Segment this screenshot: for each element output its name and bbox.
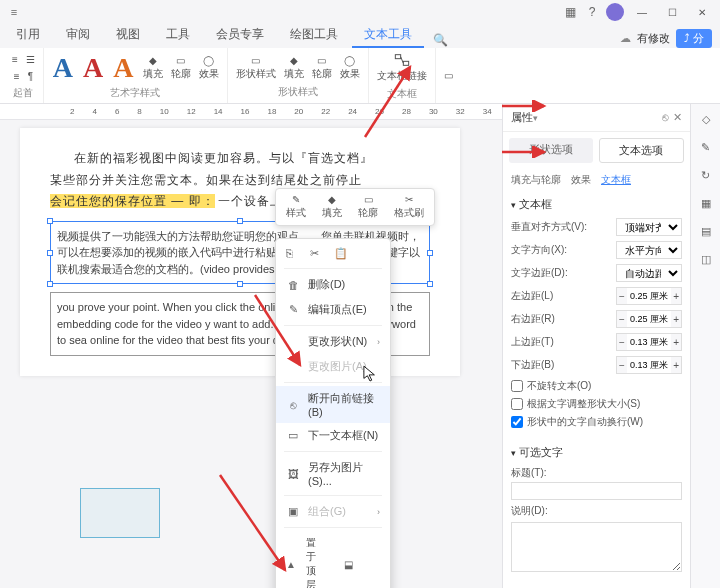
cm-align-left[interactable]: ⬓ [333,531,390,588]
tab-review[interactable]: 审阅 [54,23,102,48]
shape-effect-dropdown[interactable]: ◯效果 [338,53,362,83]
right-margin-spinner[interactable]: −+ [616,310,682,328]
alt-title-label: 标题(T): [511,466,682,480]
next-textbox-icon: ▭ [286,429,300,443]
tab-text-tools[interactable]: 文本工具 [352,23,424,48]
sidebar-diamond-icon[interactable]: ◇ [697,110,715,128]
ribbon-tabs: 引用 审阅 视图 工具 会员专享 绘图工具 文本工具 🔍 ☁ 有修改 ⤴ 分 [0,24,720,48]
mini-fill-button[interactable]: ◆填充 [316,193,348,221]
pin-icon[interactable]: ⎋ [662,111,669,124]
chk-no-rotate[interactable] [511,380,523,392]
outline-dropdown[interactable]: ▭轮廓 [169,53,193,83]
sync-status-icon: ☁ [620,32,631,45]
floating-shape[interactable] [80,488,160,538]
annotation-arrow [360,62,420,142]
sidebar-tag-icon[interactable]: ◫ [697,250,715,268]
copy-icon[interactable]: ⎘ [286,247,300,261]
sidebar-arrow-icon[interactable]: ↻ [697,166,715,184]
sidebar-doc-icon[interactable]: ▤ [697,222,715,240]
ribbon-group-wordart: 艺术字样式 [110,86,160,100]
mini-style-button[interactable]: ✎样式 [280,193,312,221]
mini-toolbar: ✎样式 ◆填充 ▭轮廓 ✂格式刷 [275,188,435,226]
left-margin-label: 左边距(L) [511,289,612,303]
shape-outline-dropdown[interactable]: ▭轮廓 [310,53,334,83]
annotation-arrow [500,146,550,158]
close-button[interactable]: ✕ [690,3,714,21]
resize-handle[interactable] [47,281,53,287]
resize-handle[interactable] [47,218,53,224]
list-icon[interactable]: ☰ [24,52,37,67]
grid-icon[interactable]: ▦ [562,4,578,20]
tab-tools[interactable]: 工具 [154,23,202,48]
mini-outline-button[interactable]: ▭轮廓 [352,193,384,221]
properties-panel: 属性▾ ⎋ ✕ 形状选项 文本选项 填充与轮廓 效果 文本框 文本框 垂直对齐方… [502,104,690,588]
tab-member[interactable]: 会员专享 [204,23,276,48]
cm-next-textbox[interactable]: ▭下一文本框(N) [276,423,390,448]
properties-title: 属性 [511,110,533,125]
avatar[interactable] [606,3,624,21]
sidebar-style-icon[interactable]: ✎ [697,138,715,156]
annotation-arrow [215,470,295,580]
wordart-style-2[interactable]: A [80,52,106,84]
chk-wrap-text[interactable] [511,416,523,428]
align-left-icon[interactable]: ≡ [10,52,20,67]
sidebar-grid-icon[interactable]: ▦ [697,194,715,212]
shape-fill-dropdown[interactable]: ◆填充 [282,53,306,83]
horizontal-ruler: 24681012141618202224262830323436 [0,104,502,120]
fill-dropdown[interactable]: ◆填充 [141,53,165,83]
resize-handle[interactable] [427,281,433,287]
rtl-icon[interactable]: ¶ [26,69,35,84]
alt-title-input[interactable] [511,482,682,500]
resize-handle[interactable] [427,250,433,256]
top-margin-label: 上边距(T) [511,335,612,349]
chk-resize-shape[interactable] [511,398,523,410]
wordart-style-3[interactable]: A [110,52,136,84]
dir-label: 文字方向(X): [511,243,612,257]
shape-style-dropdown[interactable]: ▭形状样式 [234,53,278,83]
cut-icon[interactable]: ✂ [310,247,324,261]
titlebar: ≡ ▦ ? — ☐ ✕ [0,0,720,24]
effect-dropdown[interactable]: ◯效果 [197,53,221,83]
resize-handle[interactable] [237,218,243,224]
svg-rect-0 [395,55,400,59]
margin-label: 文字边距(D): [511,266,612,280]
doc-line-1[interactable]: 在新的福彩视图中阅读更加容易。与以『盲选文档』 [50,148,430,170]
valign-select[interactable]: 顶端对齐 [616,218,682,236]
tab-reference[interactable]: 引用 [4,23,52,48]
resize-handle[interactable] [47,250,53,256]
bottom-margin-spinner[interactable]: −+ [616,356,682,374]
right-margin-label: 右边距(R) [511,312,612,326]
tab-view[interactable]: 视图 [104,23,152,48]
search-icon[interactable]: 🔍 [432,32,448,48]
minimize-button[interactable]: — [630,3,654,21]
share-button[interactable]: ⤴ 分 [676,29,712,48]
close-panel-icon[interactable]: ✕ [673,111,682,124]
doc-line-3-highlight[interactable]: 会记住您的保存位置 — 即： [50,194,215,208]
mini-brush-button[interactable]: ✂格式刷 [388,193,430,221]
help-icon[interactable]: ? [584,4,600,20]
sub-textbox[interactable]: 文本框 [601,173,631,187]
insert-shape-button[interactable]: ▭ [442,68,455,83]
maximize-button[interactable]: ☐ [660,3,684,21]
document-page[interactable]: 在新的福彩视图中阅读更加容易。与以『盲选文档』 某些部分并关注您需文本。如果在达… [20,128,460,376]
menu-icon[interactable]: ≡ [6,4,22,20]
sub-effect[interactable]: 效果 [571,173,591,187]
dir-select[interactable]: 水平方向 [616,241,682,259]
section-textbox-title[interactable]: 文本框 [511,197,682,212]
paste-icon[interactable]: 📋 [334,247,348,261]
align-right-icon[interactable]: ≡ [12,69,22,84]
top-margin-spinner[interactable]: −+ [616,333,682,351]
cm-break-link[interactable]: ⎋断开向前链接(B) [276,386,390,423]
alt-desc-textarea[interactable] [511,522,682,572]
resize-handle[interactable] [237,281,243,287]
prop-tab-text[interactable]: 文本选项 [599,138,685,163]
left-margin-spinner[interactable]: −+ [616,287,682,305]
ribbon-group-qishou: 起首 [13,86,33,100]
section-alttext-title[interactable]: 可选文字 [511,445,682,460]
wordart-style-1[interactable]: A [50,52,76,84]
bottom-margin-label: 下边距(B) [511,358,612,372]
margin-select[interactable]: 自动边距 [616,264,682,282]
break-link-icon: ⎋ [286,398,300,412]
tab-draw-tools[interactable]: 绘图工具 [278,23,350,48]
sub-fill-outline[interactable]: 填充与轮廓 [511,173,561,187]
